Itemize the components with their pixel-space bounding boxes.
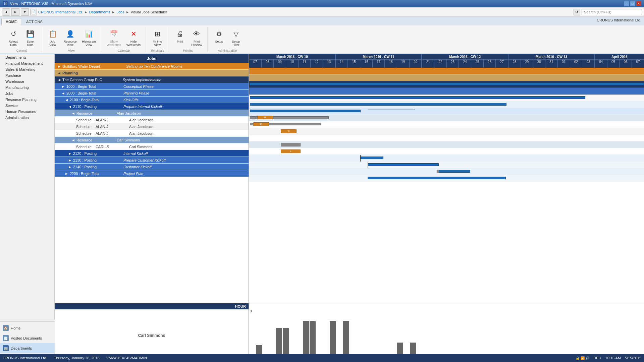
sidebar-item-purchase[interactable]: Purchase — [0, 72, 54, 78]
sidebar-posted-docs[interactable]: 📄 Posted Documents — [0, 333, 55, 343]
close-button[interactable]: ✕ — [636, 1, 641, 6]
job-row-2110[interactable]: ◄ 2110 : Posting Prepare Internal Kickof… — [55, 103, 249, 110]
sidebar-item-departments[interactable]: Departments — [0, 54, 54, 60]
status-bar: CRONUS International Ltd. Thursday, Janu… — [0, 354, 644, 362]
tab-home[interactable]: HOME — [1, 18, 21, 25]
chart-bar-8 — [303, 321, 309, 355]
sidebar-item-warehouse[interactable]: Warehouse — [0, 78, 54, 84]
print-button[interactable]: 🖨 Print — [172, 27, 188, 48]
week-april: April 2016 04 05 06 07 — [595, 54, 644, 68]
job-row-planning[interactable]: ◄ Planning — [55, 70, 249, 76]
resource-view-icon: 👤 — [65, 28, 75, 39]
sidebar-item-jobs[interactable]: Jobs — [0, 90, 54, 97]
job-row-schedule-alan-1[interactable]: Schedule ALAN-J Alan Jacobson — [55, 117, 249, 123]
day-09: 09 — [274, 60, 286, 68]
sidebar-item-financial[interactable]: Financial Management — [0, 60, 54, 66]
back-button[interactable]: ◄ — [2, 8, 10, 16]
breadcrumb-company[interactable]: CRONUS International Ltd. — [38, 10, 83, 14]
navigation-bar: ◄ ► ▼ 📄 CRONUS International Ltd. ► Depa… — [0, 7, 644, 17]
sidebar-bottom: 🏠 Home 📄 Posted Documents 🏢 Departments — [0, 320, 55, 353]
job-row-2120[interactable]: ► 2120 : Posting Internal Kickoff — [55, 150, 249, 157]
status-language: DEU — [593, 356, 601, 360]
search-input[interactable] — [582, 9, 642, 15]
job-row-2140[interactable]: ► 2140 : Posting Customer Kickoff — [55, 164, 249, 170]
resource-view-button[interactable]: 👤 ResourceView — [61, 27, 79, 48]
status-server: VMW81EX64\VMADMIN — [106, 356, 147, 360]
print-preview-button[interactable]: 👁 PrintPreview — [189, 27, 205, 48]
job-row-2000[interactable]: ◄ 2000 : Begin-Total Planning Phase — [55, 90, 249, 97]
forward-button[interactable]: ► — [11, 8, 19, 16]
job-row-2130[interactable]: ► 2130 : Posting Prepare Customer Kickof… — [55, 157, 249, 164]
job-row-schedule-carl[interactable]: Schedule CARL-S Carl Simmons — [55, 143, 249, 150]
week-cw11: March 2016 - CW 11 14 15 16 17 18 19 20 — [336, 54, 422, 68]
breadcrumb-departments[interactable]: Departments — [89, 10, 110, 14]
ribbon-group-printing: 🖨 Print 👁 PrintPreview Printing — [169, 27, 208, 52]
maximize-button[interactable]: □ — [630, 1, 635, 6]
save-icon: 💾 — [25, 28, 36, 39]
histogram-view-button[interactable]: 📊 HistogramView — [80, 27, 98, 48]
job-row-2200[interactable]: ► 2200 : Begin-Total Project Plan — [55, 170, 249, 177]
gantt-bar-2000 — [250, 96, 585, 99]
ribbon-group-timescale: ⊞ Fit IntoView Timescale — [147, 27, 168, 52]
job-row-resource-carl[interactable]: ◄ Resource Carl Simmons — [55, 137, 249, 143]
save-data-button[interactable]: 💾 SaveData — [22, 27, 38, 48]
breadcrumb-jobs[interactable]: Jobs — [116, 10, 124, 14]
sidebar-item-human-resources[interactable]: Human Resources — [0, 109, 54, 115]
connector-v-2130 — [368, 162, 368, 168]
gantt-row-sched-a3 — [249, 135, 644, 141]
hour-panel: HOUR Carl Simmons — [55, 303, 249, 361]
job-row-cannon[interactable]: ◄ The Cannon Group PLC System Implementa… — [55, 76, 249, 83]
y-axis-label: 5 — [251, 310, 253, 314]
status-right: 🔒 📶 🔊 DEU 10:16 AM 5/15/2015 — [576, 356, 641, 360]
sidebar-item-resource-planning[interactable]: Resource Planning — [0, 97, 54, 103]
day-12: 12 — [311, 60, 323, 68]
job-row-1000[interactable]: ► 1000 : Begin-Total Conceptual Phase — [55, 83, 249, 90]
gantt-row-sched-c1: 4 — [249, 148, 644, 155]
hide-weekends-icon: ✕ — [128, 28, 139, 39]
connector-v-2120 — [360, 155, 361, 162]
gantt-chart: March 2016 - CW 10 07 08 09 10 11 12 13 … — [249, 54, 644, 303]
print-icon: 🖨 — [174, 28, 185, 39]
posted-docs-icon: 📄 — [3, 335, 9, 341]
admin-group-label: Administration — [218, 49, 237, 52]
gantt-row-2200 — [249, 175, 644, 182]
day-07: 07 — [249, 60, 262, 68]
gantt-row-2120 — [249, 155, 644, 162]
gantt-row-guildford — [249, 68, 644, 74]
show-weekends-button[interactable]: 📅 ShowWeekends — [105, 27, 123, 48]
fit-into-view-button[interactable]: ⊞ Fit IntoView — [149, 27, 165, 48]
sidebar-departments[interactable]: 🏢 Departments — [0, 343, 55, 353]
sidebar-item-service[interactable]: Service — [0, 103, 54, 109]
sidebar-home[interactable]: 🏠 Home — [0, 323, 55, 333]
setup-filter-button[interactable]: ▽ SetupFilter — [228, 27, 244, 48]
sidebar-item-administration[interactable]: Administration — [0, 115, 54, 121]
reload-data-button[interactable]: ↺ ReloadData — [5, 27, 21, 48]
expand-icon-2200: ► — [65, 172, 68, 176]
home-icon: 🏠 — [3, 325, 9, 331]
job-view-button[interactable]: 📋 JobView — [45, 27, 61, 48]
gantt-bar-2100 — [250, 103, 506, 106]
general-group-label: General — [16, 49, 27, 52]
job-row-2100[interactable]: ◄ 2100 : Begin-Total Kick-Offs — [55, 97, 249, 103]
job-row-schedule-alan-3[interactable]: Schedule ALAN-J Alan Jacobson — [55, 130, 249, 137]
ribbon-tabs: HOME ACTIONS — [0, 17, 644, 25]
job-row-schedule-alan-2[interactable]: Schedule ALAN-J Alan Jacobson — [55, 123, 249, 130]
minimize-button[interactable]: – — [624, 1, 629, 6]
expand-icon-2140: ► — [68, 165, 72, 169]
sidebar-item-sales[interactable]: Sales & Marketing — [0, 66, 54, 72]
job-row-resource-alan[interactable]: ◄ Resource Alan Jacobson — [55, 110, 249, 117]
gantt-bar-2130 — [368, 163, 439, 166]
job-row-guildford[interactable]: ► Guildford Water Depart Setting up Ten … — [55, 63, 249, 70]
gantt-row-2110 — [249, 108, 644, 115]
expand-icon-6: ◄ — [68, 105, 72, 109]
tab-actions[interactable]: ACTIONS — [22, 18, 47, 25]
breadcrumb-current: Visual Jobs Scheduler — [131, 10, 167, 14]
day-11: 11 — [299, 60, 311, 68]
chart-bar-14 — [343, 321, 349, 355]
setup-button[interactable]: ⚙ Setup — [211, 27, 227, 48]
refresh-button[interactable]: ↺ — [574, 9, 580, 15]
hide-weekends-button[interactable]: ✕ HideWeekends — [124, 27, 143, 48]
dropdown-button[interactable]: ▼ — [21, 8, 29, 16]
ribbon-group-view: 📋 JobView 👤 ResourceView 📊 HistogramView… — [42, 27, 101, 52]
sidebar-item-manufacturing[interactable]: Manufacturing — [0, 84, 54, 90]
